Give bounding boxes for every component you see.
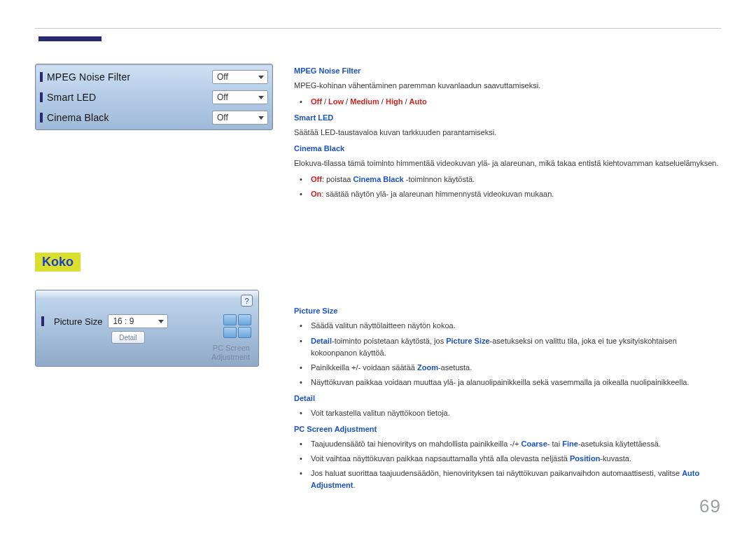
row-marker-icon [41,316,44,326]
kw-picturesize: Picture Size [446,337,489,345]
osd-dropdown-mpeg[interactable]: Off [212,70,268,84]
position-grid-icon[interactable] [223,314,251,338]
faded-line-1: PC Screen [211,344,250,353]
columns: MPEG Noise Filter Off Smart LED Off Cine… [35,64,721,496]
opt-high: High [386,97,402,106]
picture-size-dropdown[interactable]: 16 : 9 [108,314,168,328]
pc-screen-adjustment-disabled: PC Screen Adjustment [211,344,250,362]
ps-item-2: Detail-toiminto poistetaan käytöstä, jos… [304,335,721,359]
osd-row-mpeg: MPEG Noise Filter Off [40,67,268,86]
mpeg-paragraph: MPEG-kohinan vähentäminen paremman kuvan… [294,80,721,92]
dropdown-value: Off [217,92,228,102]
grid-cell [223,327,237,338]
smartled-paragraph: Säätää LED-taustavaloa kuvan tarkkuuden … [294,127,721,139]
dt-item-1: Voit tarkastella valitun näyttökoon tiet… [304,407,721,419]
dropdown-value: Off [217,72,228,82]
row-marker-icon [40,72,43,82]
picturesize-heading: Picture Size [294,305,721,317]
smartled-heading: Smart LED [294,112,721,124]
help-glyph: ? [244,297,248,305]
grid-cell [238,327,251,338]
grid-cell [238,314,251,325]
faded-line-2: Adjustment [211,353,250,362]
kw-detail: Detail [311,337,332,345]
pcs-item-3: Jos haluat suorittaa taajuudensäädön, hi… [304,468,721,491]
ps-item-3: Painikkeilla +/- voidaan säätää Zoom-ase… [304,362,721,374]
detail-button[interactable]: Detail [111,331,145,344]
kw-zoom: Zoom [417,363,438,372]
kw-on: On [311,190,321,198]
osd-dropdown-smartled[interactable]: Off [212,90,268,104]
kw-position: Position [570,454,600,463]
picture-size-label: Picture Size [54,316,102,327]
osd-row-smartled: Smart LED Off [40,87,268,106]
pcscreen-heading: PC Screen Adjustment [294,423,721,435]
koko-right-block: Picture Size Säädä valitun näyttölaittee… [294,305,721,491]
kw-coarse: Coarse [522,440,547,448]
picturesize-list: Säädä valitun näyttölaitteen näytön koko… [294,320,721,388]
section-heading: Koko [42,255,74,269]
mpeg-heading: MPEG Noise Filter [294,65,721,77]
opt-auto: Auto [410,97,427,106]
osd-dropdown-cinemablack[interactable]: Off [212,111,268,125]
kw-cinemablack: Cinema Black [354,175,404,183]
mpeg-options-list: Off / Low / Medium / High / Auto [294,96,721,108]
panel-gloss [36,290,258,299]
right-column: MPEG Noise Filter MPEG-kohinan vähentämi… [294,64,721,496]
osd-row-cinemablack: Cinema Black Off [40,108,268,127]
row-marker-icon [40,113,43,122]
detail-button-label: Detail [119,334,137,342]
opt-medium: Medium [350,97,379,106]
pcs-item-2: Voit vaihtaa näyttökuvan paikkaa napsaut… [304,453,721,465]
grid-cell [223,314,237,325]
kw-fine: Fine [562,440,578,448]
pcs-item-1: Taajuudensäätö tai hienoviritys on mahdo… [304,438,721,450]
ps-item-1: Säädä valitun näyttölaitteen näytön koko… [304,320,721,332]
mpeg-options-item: Off / Low / Medium / High / Auto [304,96,721,108]
dropdown-value: 16 : 9 [113,316,134,326]
kw-off: Off [311,175,322,183]
detail-heading: Detail [294,393,721,405]
opt-off: Off [311,97,322,106]
accent-bar [38,36,102,41]
cinemablack-paragraph: Elokuva-tilassa tämä toiminto himmentää … [294,157,721,169]
opt-low: Low [328,97,344,106]
osd-label: Smart LED [47,92,212,103]
ps-item-4: Näyttökuvan paikkaa voidaan muuttaa ylä-… [304,377,721,388]
top-rule [35,28,721,29]
page-number: 69 [699,496,721,517]
picture-size-panel: ? Picture Size 16 : 9 Detail PC Screen A… [35,290,259,367]
osd-panel: MPEG Noise Filter Off Smart LED Off Cine… [35,64,273,130]
cinemablack-list: Off: poistaa Cinema Black -toiminnon käy… [294,174,721,200]
detail-list: Voit tarkastella valitun näyttökoon tiet… [294,407,721,419]
section-heading-badge: Koko [35,253,80,272]
cb-on-item: On: säätää näytön ylä- ja alareunan himm… [304,188,721,200]
left-column: MPEG Noise Filter Off Smart LED Off Cine… [35,64,273,496]
cb-off-item: Off: poistaa Cinema Black -toiminnon käy… [304,174,721,185]
page: MPEG Noise Filter Off Smart LED Off Cine… [0,0,756,534]
pcscreen-list: Taajuudensäätö tai hienoviritys on mahdo… [294,438,721,491]
dropdown-value: Off [217,113,228,122]
help-icon[interactable]: ? [241,295,253,307]
cinemablack-heading: Cinema Black [294,143,721,155]
osd-label: MPEG Noise Filter [47,71,212,83]
picture-size-row: Picture Size 16 : 9 [41,314,253,328]
osd-label: Cinema Black [47,112,212,123]
row-marker-icon [40,92,43,102]
